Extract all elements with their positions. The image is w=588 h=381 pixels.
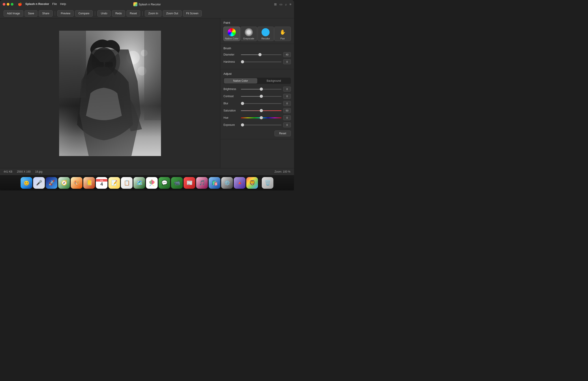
dock-item-music[interactable]: 🎵 <box>196 177 208 189</box>
adjust-tabs: Native Color Background <box>224 78 291 84</box>
dock-item-maps[interactable]: 🗺️ <box>133 177 145 189</box>
share-button[interactable]: Share <box>39 10 53 17</box>
dock-item-contacts[interactable]: 📒 <box>83 177 95 189</box>
svg-text:😊: 😊 <box>24 180 29 186</box>
maximize-button[interactable] <box>11 3 13 6</box>
dock-item-safari[interactable]: 🧭 <box>58 177 70 189</box>
right-panel: Paint Native Color Grayscale Recolor <box>220 18 294 168</box>
dock-item-facetime[interactable]: 📹 <box>171 177 183 189</box>
grayscale-label: Grayscale <box>243 37 254 40</box>
undo-button[interactable]: Undo <box>97 10 111 17</box>
contrast-thumb[interactable] <box>260 95 263 98</box>
hue-thumb[interactable] <box>260 116 263 119</box>
diameter-thumb[interactable] <box>258 53 262 56</box>
dock-item-notes[interactable]: 📝 <box>108 177 120 189</box>
dock-item-trash[interactable]: 🗑️ <box>262 177 273 189</box>
exposure-value: 0 <box>283 122 291 127</box>
help-menu[interactable]: Help <box>60 2 66 6</box>
dock-separator <box>260 179 260 187</box>
blur-thumb[interactable] <box>241 102 244 105</box>
svg-point-3 <box>92 47 116 77</box>
redo-button[interactable]: Redo <box>112 10 125 17</box>
exposure-slider[interactable] <box>241 125 281 125</box>
blur-row: Blur 0 <box>224 101 291 106</box>
diameter-label: Diameter <box>224 53 239 56</box>
diameter-slider[interactable] <box>241 54 281 55</box>
paint-section: Paint Native Color Grayscale Recolor <box>220 18 294 44</box>
background-tab[interactable]: Background <box>257 78 291 83</box>
blur-slider[interactable] <box>241 103 281 104</box>
hardness-slider[interactable] <box>241 61 281 62</box>
hardness-value: 0 <box>283 59 291 64</box>
compare-button[interactable]: Compare <box>75 10 93 17</box>
status-bar: 441 KB 2560 X 160 18.jpg Zoom: 100 % <box>0 168 294 175</box>
dimensions: 2560 X 160 <box>17 170 30 173</box>
contrast-row: Contrast 0 <box>224 94 291 99</box>
search-icon[interactable]: ⌕ <box>285 2 287 6</box>
traffic-lights <box>3 3 13 6</box>
dock-item-messages[interactable]: 💬 <box>159 177 170 189</box>
toolbar-separator-1 <box>55 11 55 16</box>
brush-title: Brush <box>224 47 291 50</box>
dock-item-calendar[interactable]: JUL 4 <box>96 177 107 189</box>
exposure-thumb[interactable] <box>241 123 244 126</box>
close-button[interactable] <box>3 3 5 6</box>
native-color-mode-btn[interactable]: Native Color <box>224 27 240 41</box>
dock-item-altool[interactable]: 🔺 <box>234 177 245 189</box>
native-color-icon <box>228 28 236 36</box>
adjust-section: Adjust Native Color Background Brightnes… <box>220 69 294 139</box>
dock-item-appstore[interactable]: 🛍️ <box>209 177 220 189</box>
content-area: Paint Native Color Grayscale Recolor <box>0 18 294 168</box>
grayscale-mode-btn[interactable]: Grayscale <box>240 27 257 41</box>
saturation-slider[interactable] <box>241 110 281 111</box>
dock-item-news[interactable]: 📰 <box>184 177 195 189</box>
apple-menu[interactable]: 🍎 <box>18 2 22 6</box>
dock-item-pixelmator[interactable]: 🎨 <box>71 177 83 189</box>
hue-slider[interactable] <box>241 118 281 118</box>
contrast-slider[interactable] <box>241 96 281 97</box>
zoom-level: Zoom: 100 % <box>274 170 290 173</box>
dock-item-splash[interactable]: 🦁 <box>246 177 258 189</box>
canvas-area[interactable] <box>0 18 220 168</box>
recolor-mode-btn[interactable]: Recolor <box>257 27 274 41</box>
brightness-label: Brightness <box>224 87 239 91</box>
brightness-slider[interactable] <box>241 89 281 90</box>
svg-rect-5 <box>105 62 113 67</box>
reset-button[interactable]: Reset <box>126 10 140 17</box>
canvas-image <box>59 31 161 156</box>
file-menu[interactable]: File <box>52 2 57 6</box>
dock-item-photos[interactable] <box>146 177 158 189</box>
diameter-fill <box>241 54 260 55</box>
pan-mode-btn[interactable]: ✋ Pan <box>274 27 291 41</box>
dock-item-finder[interactable]: 😊 <box>21 177 32 189</box>
svg-rect-4 <box>96 62 104 67</box>
dock-item-sysprefs[interactable]: ⚙️ <box>221 177 233 189</box>
contrast-fill <box>241 96 261 97</box>
dock-item-siri[interactable]: 🎤 <box>33 177 45 189</box>
minimize-button[interactable] <box>7 3 9 6</box>
fit-screen-button[interactable]: Fit Screen <box>183 10 202 17</box>
brightness-thumb[interactable] <box>260 87 263 91</box>
saturation-label: Saturation <box>224 109 239 112</box>
hue-row: Hue 0 <box>224 115 291 120</box>
display-icon[interactable]: ▭ <box>279 2 282 6</box>
grayscale-icon <box>245 28 253 36</box>
blur-value: 0 <box>283 101 291 106</box>
hardness-thumb[interactable] <box>241 60 244 63</box>
blur-label: Blur <box>224 102 239 105</box>
save-button[interactable]: Save <box>25 10 37 17</box>
adjust-reset-button[interactable]: Reset <box>274 131 291 136</box>
toolbar-separator-3 <box>142 11 143 16</box>
dock-item-reminders[interactable]: 📋 <box>121 177 133 189</box>
paint-title: Paint <box>224 21 291 24</box>
screen-mirror-icon[interactable]: ⊞ <box>274 2 277 6</box>
app-name-menu[interactable]: Splash n Recolor <box>25 2 49 6</box>
native-color-tab[interactable]: Native Color <box>224 78 257 83</box>
saturation-thumb[interactable] <box>260 109 263 112</box>
list-icon[interactable]: ≡ <box>290 2 291 6</box>
add-image-button[interactable]: Add Image <box>4 10 23 17</box>
zoom-in-button[interactable]: Zoom In <box>145 10 161 17</box>
preview-button[interactable]: Preview <box>57 10 74 17</box>
zoom-out-button[interactable]: Zoom Out <box>163 10 181 17</box>
dock-item-launchpad[interactable]: 🚀 <box>46 177 57 189</box>
